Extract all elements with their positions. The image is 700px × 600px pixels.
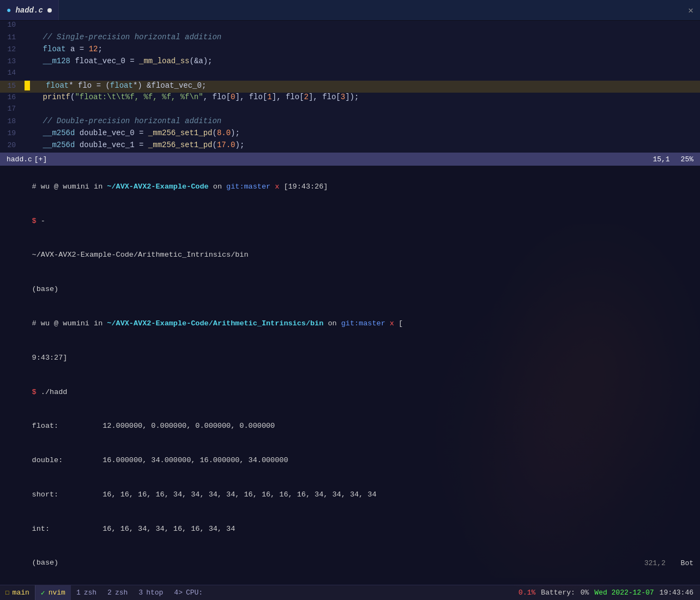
tmux-zsh1-label: zsh [84,589,96,597]
tmux-window-htop[interactable]: 3 htop [133,585,168,600]
code-line-18: 18 // Double-precision horizontal additi… [0,117,700,129]
main-container: ● hadd.c ✕ 10 11 // Single-precision hor… [0,0,700,600]
terminal-line-prompt1: # wu @ wumini in ~/AVX-AVX2-Example-Code… [5,170,695,204]
cursor [25,81,30,90]
status-position: 15,1 [653,155,669,163]
code-line-19: 19 __m256d double_vec_0 = _mm256_set1_pd… [0,129,700,141]
tmux-cpu-num: 4> [174,589,183,597]
code-line-17: 17 [0,105,700,117]
tmux-window-zsh1[interactable]: 1 zsh [71,585,102,600]
terminal-line-path1: ~/AVX-AVX2-Example-Code/Arithmetic_Intri… [5,239,695,273]
code-line-13: 13 __m128 float_vec_0 = _mm_load_ss(&a); [0,57,700,69]
tmux-htop-label: htop [146,589,163,597]
cursor-position: 321,2 [644,559,666,567]
bot-label: Bot [681,559,693,567]
tab-filename: hadd.c [15,6,43,15]
terminal-line-base1: (base) [5,272,695,307]
status-percent: 25% [681,155,693,163]
tmux-nvim-label: nvim [49,589,65,597]
terminal-line-time2: 9:43:27] [5,341,695,375]
editor-area: 10 11 // Single-precision horizontal add… [0,21,700,153]
tmux-htop-num: 3 [138,589,143,597]
tab-bar: ● hadd.c ✕ [0,0,700,21]
terminal-line-base2: (base) [5,546,695,580]
tmux-window-nvim[interactable]: ✓ nvim [35,585,71,600]
active-tab[interactable]: ● hadd.c [0,0,59,20]
file-icon: ● [7,6,11,15]
terminal-position-bot: 321,2 Bot [644,559,693,567]
tmux-zsh2-num: 2 [107,589,112,597]
status-right: 15,1 25% [653,155,693,163]
tmux-main-icon: □ [5,590,9,596]
tmux-nvim-check: ✓ [41,589,45,597]
terminal-area[interactable]: # wu @ wumini in ~/AVX-AVX2-Example-Code… [0,166,700,585]
terminal-line-dollar2: $ ./hadd [5,375,695,410]
code-line-16: 16 printf("float:\t\t%f, %f, %f, %f\n", … [0,93,700,105]
terminal-line-prompt3: # wu @ wumini in ~/AVX-AVX2-Example-Code… [5,580,695,585]
code-line-10: 10 [0,21,700,33]
code-line-11: 11 // Single-precision horizontal additi… [0,33,700,45]
code-line-20: 20 __m256d double_vec_1 = _mm256_set1_pd… [0,141,700,153]
code-line-14: 14 [0,69,700,81]
terminal-line-float: float: 12.000000, 0.000000, 0.000000, 0.… [5,409,695,444]
terminal-line-int: int: 16, 16, 34, 34, 16, 16, 34, 34 [5,512,695,547]
close-button[interactable]: ✕ [681,5,700,16]
tmux-zsh1-num: 1 [76,589,81,597]
status-filename: hadd.c [7,155,32,163]
status-modified: [+] [34,155,47,163]
tmux-window-main[interactable]: □ main [0,585,35,600]
terminal-line-dollar1: $ - [5,204,695,239]
terminal-line-double: double: 16.000000, 34.000000, 16.000000,… [5,444,695,478]
tab-modified-dot [47,8,52,13]
tmux-cpu-label: CPU: [186,589,203,597]
tmux-window-zsh2[interactable]: 2 zsh [102,585,133,600]
code-line-15: 15 float* flo = (float*) &float_vec_0; [0,81,700,93]
code-line-12: 12 float a = 12; [0,45,700,57]
tmux-main-label: main [13,589,29,597]
terminal-line-short: short: 16, 16, 16, 16, 34, 34, 34, 34, 1… [5,478,695,512]
status-line: hadd.c [+] 15,1 25% [0,153,700,166]
tmux-window-cpu: 4> CPU: [168,585,208,600]
tmux-zsh2-label: zsh [115,589,128,597]
terminal-line-prompt2: # wu @ wumini in ~/AVX-AVX2-Example-Code… [5,307,695,341]
